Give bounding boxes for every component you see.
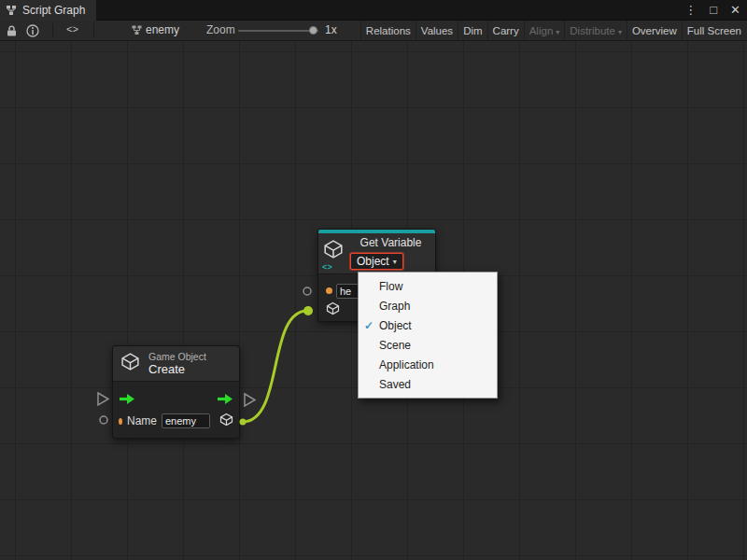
values-button[interactable]: Values <box>416 21 458 41</box>
create-node-header: Game Object Create <box>113 346 239 382</box>
toolbar-divider <box>52 23 53 37</box>
graph-toolbar: <> enemy Zoom 1x Relations Values Dim Ca… <box>0 21 747 41</box>
menu-item-flow[interactable]: Flow <box>359 276 497 296</box>
name-input[interactable] <box>162 413 210 428</box>
input-port-circle[interactable] <box>303 287 311 295</box>
node-title: Get Variable <box>350 236 431 249</box>
menu-item-scene[interactable]: Scene <box>359 335 497 355</box>
get-variable-cube-icon: <> <box>323 236 345 270</box>
value-input-port-circle[interactable] <box>100 416 107 424</box>
distribute-button[interactable]: Distribute▾ <box>564 21 627 41</box>
menu-item-object[interactable]: ✓ Object <box>359 315 497 335</box>
menu-item-saved[interactable]: Saved <box>359 374 497 394</box>
script-graph-icon <box>6 5 17 16</box>
check-icon: ✓ <box>359 319 379 332</box>
wire-start-dot[interactable] <box>240 419 247 426</box>
flow-output-port-triangle[interactable] <box>245 394 255 406</box>
tab-script-graph[interactable]: Script Graph <box>0 0 96 21</box>
toolbar-divider <box>93 23 94 37</box>
carry-button[interactable]: Carry <box>487 21 524 41</box>
zoom-value: 1x <box>325 21 337 41</box>
node-game-object-create[interactable]: Game Object Create Name <box>112 345 240 439</box>
menu-item-application[interactable]: Application <box>359 355 497 374</box>
zoom-label: Zoom <box>206 21 235 41</box>
variable-scope-dropdown[interactable]: Object ▾ <box>350 253 403 270</box>
game-object-cube-icon <box>120 352 140 375</box>
node-category: Game Object <box>148 351 206 362</box>
param-label: Name <box>127 414 157 427</box>
node-title: Create <box>148 362 206 376</box>
value-port-dot[interactable] <box>326 287 332 294</box>
connected-input-port[interactable] <box>303 306 313 315</box>
toolbar-buttons: Relations Values Dim Carry Align▾ Distri… <box>360 21 746 41</box>
zoom-slider-knob[interactable] <box>309 26 317 35</box>
get-variable-header: <> Get Variable Object ▾ <box>318 233 435 274</box>
chevron-down-icon: ▾ <box>618 28 622 36</box>
scope-value: Object <box>357 255 389 268</box>
dim-button[interactable]: Dim <box>458 21 486 41</box>
full-screen-button[interactable]: Full Screen <box>682 21 746 41</box>
flow-input-port-triangle[interactable] <box>98 393 108 405</box>
window-controls: ⋮ □ ✕ <box>678 0 747 21</box>
chevron-down-icon: ▾ <box>393 258 397 266</box>
gameobject-port-cube-icon[interactable] <box>326 301 340 319</box>
maximize-button[interactable]: □ <box>703 0 724 21</box>
zoom-slider-track[interactable] <box>238 30 318 32</box>
graph-name: enemy <box>146 21 179 41</box>
scope-dropdown-menu: Flow Graph ✓ Object Scene Application Sa… <box>358 272 498 399</box>
script-graph-window: Script Graph ⋮ □ ✕ <> enemy Zoom 1x Rela… <box>0 0 747 560</box>
connection-wire[interactable] <box>243 311 307 422</box>
flow-output-arrow-icon[interactable] <box>217 392 233 409</box>
window-menu-button[interactable]: ⋮ <box>678 0 703 21</box>
align-button[interactable]: Align▾ <box>524 21 565 41</box>
value-port-dot[interactable] <box>119 418 122 425</box>
code-badge-icon: <> <box>322 263 332 273</box>
flow-input-arrow-icon[interactable] <box>119 392 135 409</box>
close-button[interactable]: ✕ <box>724 0 747 21</box>
gameobject-output-cube-icon[interactable] <box>219 413 233 430</box>
code-view-icon[interactable]: <> <box>66 21 78 41</box>
graph-canvas[interactable]: <> Get Variable Object ▾ <box>0 41 747 560</box>
relations-button[interactable]: Relations <box>360 21 416 41</box>
create-node-body: Name <box>113 382 239 432</box>
window-titlebar: Script Graph ⋮ □ ✕ <box>0 0 747 21</box>
chevron-down-icon: ▾ <box>556 28 559 36</box>
tab-title: Script Graph <box>22 4 85 17</box>
menu-item-graph[interactable]: Graph <box>359 296 497 315</box>
overview-button[interactable]: Overview <box>627 21 682 41</box>
